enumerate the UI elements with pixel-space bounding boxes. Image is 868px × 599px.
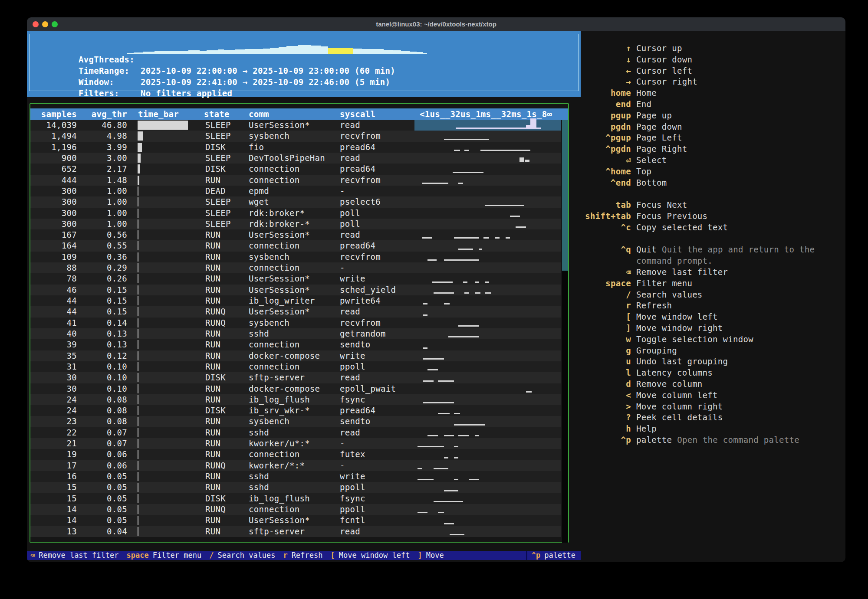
table-row[interactable]: 1090.36RUNsysbenchrecvfrom [30, 252, 561, 262]
table-row[interactable]: 6522.17DISKconnectionpread64 [30, 164, 561, 174]
table-scrollbar[interactable] [562, 120, 568, 543]
shortcut-line[interactable]: rRefresh [585, 300, 841, 311]
table-row[interactable]: 240.08RUNib_log_flushfsync [30, 394, 561, 405]
shortcut-line[interactable]: wToggle selection window [585, 334, 841, 345]
sparkline-bar [286, 46, 298, 54]
table-row[interactable]: 440.15RUNQUserSession*read [30, 306, 561, 317]
shortcut-line[interactable]: uUndo last grouping [585, 356, 841, 367]
table-row[interactable]: 220.07RUNsshdread [30, 427, 561, 438]
statusbar-palette-item[interactable]: ^ppalette [526, 551, 581, 560]
shortcut-line[interactable]: ^homeTop [585, 166, 841, 177]
column-header-comm[interactable]: comm [249, 108, 269, 120]
shortcut-line [585, 188, 841, 200]
shortcut-line[interactable]: ^cCopy selected text [585, 222, 841, 233]
shortcut-line[interactable]: ↑Cursor up [585, 43, 841, 54]
column-header-syscall[interactable]: syscall [340, 108, 375, 120]
latency-segment [495, 237, 500, 239]
latency-spike-block [526, 125, 530, 129]
shortcut-line[interactable]: /Search values [585, 289, 841, 301]
table-row[interactable]: 170.06RUNQkworker/*:*- [30, 460, 561, 471]
cell-time-bar [138, 164, 195, 174]
table-row[interactable]: 9003.00SLEEPDevToolsPipeHanread [30, 153, 561, 164]
table-row[interactable]: 1670.56RUNUserSession*read [30, 229, 561, 240]
shortcut-line[interactable]: hHelp [585, 423, 841, 435]
shortcut-line[interactable]: endEnd [585, 99, 841, 110]
column-header-latency-histogram[interactable]: <1us__32us_1ms__32ms_1s_8∞ [420, 108, 552, 120]
shortcut-line[interactable]: >Move column right [585, 401, 841, 412]
column-header-samples[interactable]: samples [30, 108, 77, 120]
statusbar-item[interactable]: spaceFilter menu [126, 551, 201, 560]
cell-state: DISK [205, 372, 226, 383]
shortcut-line[interactable]: →Cursor right [585, 76, 841, 88]
shortcut-line[interactable]: pgupPage up [585, 110, 841, 121]
shortcut-line[interactable]: ^pgdnPage Right [585, 144, 841, 155]
table-row[interactable]: 3001.00SLEEPrdk:broker-*poll [30, 219, 561, 229]
shortcut-line[interactable]: tabFocus Next [585, 200, 841, 211]
latency-segment [516, 226, 526, 228]
table-row[interactable]: 350.12RUNdocker-composewrite [30, 350, 561, 361]
statusbar-item[interactable]: ⌫Remove last filter [30, 551, 118, 560]
titlebar[interactable]: tanel@linux03: ~/dev/0xtools-next/xtop [27, 17, 845, 31]
shortcut-line[interactable]: ^pgupPage Left [585, 132, 841, 144]
table-row[interactable]: 150.05RUNsshdppoll [30, 482, 561, 493]
shortcut-line[interactable]: lLatency columns [585, 367, 841, 379]
table-row[interactable]: 210.07RUNkworker/u*:*- [30, 438, 561, 449]
table-row[interactable]: 300.10RUNdocker-composeepoll_pwait [30, 383, 561, 394]
table-row[interactable]: 460.15RUNUserSession*sched_yield [30, 285, 561, 295]
table-row[interactable]: 14,03946.80SLEEPUserSession*read [30, 120, 561, 131]
shortcut-line[interactable]: ^ppaletteOpen the command palette [585, 435, 841, 446]
table-row[interactable]: 1,1963.99DISKfiopread64 [30, 142, 561, 153]
shortcut-line[interactable]: ⏎Select [585, 155, 841, 166]
table-row[interactable]: 3001.00SLEEPrdk:broker*poll [30, 208, 561, 219]
shortcut-description: command prompt. [636, 255, 713, 267]
table-row[interactable]: 230.08RUNsysbenchsendto [30, 416, 561, 427]
table-row[interactable]: 4441.48RUNconnectionrecvfrom [30, 175, 561, 186]
table-row[interactable]: 390.13RUNconnectionsendto [30, 339, 561, 350]
shortcut-line[interactable]: ⌫Remove last filter [585, 267, 841, 278]
statusbar-item[interactable]: /Search values [209, 551, 275, 560]
statusbar-item[interactable]: rRefresh [283, 551, 323, 560]
scrollbar-thumb[interactable] [562, 120, 568, 271]
shortcut-line[interactable]: dRemove column [585, 379, 841, 390]
table-row[interactable]: 410.14RUNQsysbenchrecvfrom [30, 318, 561, 328]
table-row[interactable]: 780.26RUNUserSession*write [30, 273, 561, 284]
table-row[interactable]: 400.13RUNsshdgetrandom [30, 328, 561, 339]
shortcut-line[interactable]: ^endBottom [585, 177, 841, 189]
table-row[interactable]: 3001.00SLEEPwgetpselect6 [30, 196, 561, 207]
column-header-time-bar[interactable]: time_bar [138, 108, 179, 120]
shortcut-line[interactable]: [Move window left [585, 311, 841, 323]
statusbar-item[interactable]: ]Move [418, 551, 444, 560]
shortcut-line[interactable]: ^qQuitQuit the app and return to the [585, 244, 841, 255]
table-row[interactable]: 140.05RUNQconnectionppoll [30, 504, 561, 515]
table-row[interactable]: 3001.00DEADepmd- [30, 186, 561, 196]
shortcut-line[interactable]: ↓Cursor down [585, 54, 841, 65]
shortcut-line[interactable]: spaceFilter menu [585, 278, 841, 289]
column-header-state[interactable]: state [204, 108, 230, 120]
shortcut-line[interactable]: homeHome [585, 88, 841, 99]
table-row[interactable]: 440.15RUNib_log_writerpwrite64 [30, 295, 561, 306]
table-row[interactable]: 160.05RUNsshdwrite [30, 471, 561, 482]
table-row[interactable]: 310.10RUNconnectionppoll [30, 361, 561, 372]
table-row[interactable]: 130.04RUNsftp-serverread [30, 526, 561, 537]
table-row[interactable]: 880.29RUNconnection- [30, 262, 561, 273]
shortcut-line[interactable]: pgdnPage down [585, 121, 841, 133]
column-header-avg-thr[interactable]: avg_thr [79, 108, 127, 120]
shortcut-line[interactable]: gGrouping [585, 345, 841, 357]
table-row[interactable]: 150.05DISKib_log_flushfsync [30, 493, 561, 504]
cell-comm: docker-compose [249, 383, 320, 394]
table-row[interactable]: 240.08DISKib_srv_wkr-*pread64 [30, 405, 561, 416]
shortcut-line[interactable]: shift+tabFocus Previous [585, 211, 841, 222]
statusbar-label: Move [426, 551, 444, 560]
table-row[interactable]: 300.10DISKsftp-serverread [30, 372, 561, 383]
shortcut-line[interactable]: ]Move window right [585, 323, 841, 334]
shortcut-line[interactable]: ?Peek cell details [585, 412, 841, 423]
table-row[interactable]: 190.06RUNconnectionfutex [30, 449, 561, 460]
table-row[interactable]: 1640.55RUNconnectionpread64 [30, 240, 561, 251]
shortcut-line[interactable]: <Move column left [585, 390, 841, 401]
table-row[interactable]: 1,4944.98SLEEPsysbenchrecvfrom [30, 131, 561, 141]
statusbar-item[interactable]: [Move window left [330, 551, 410, 560]
shortcut-line[interactable]: ←Cursor left [585, 65, 841, 77]
table-row[interactable]: 140.05RUNUserSession*fcntl [30, 515, 561, 526]
cell-comm: sshd [249, 471, 269, 482]
cell-avg-thr: 0.06 [79, 449, 127, 460]
